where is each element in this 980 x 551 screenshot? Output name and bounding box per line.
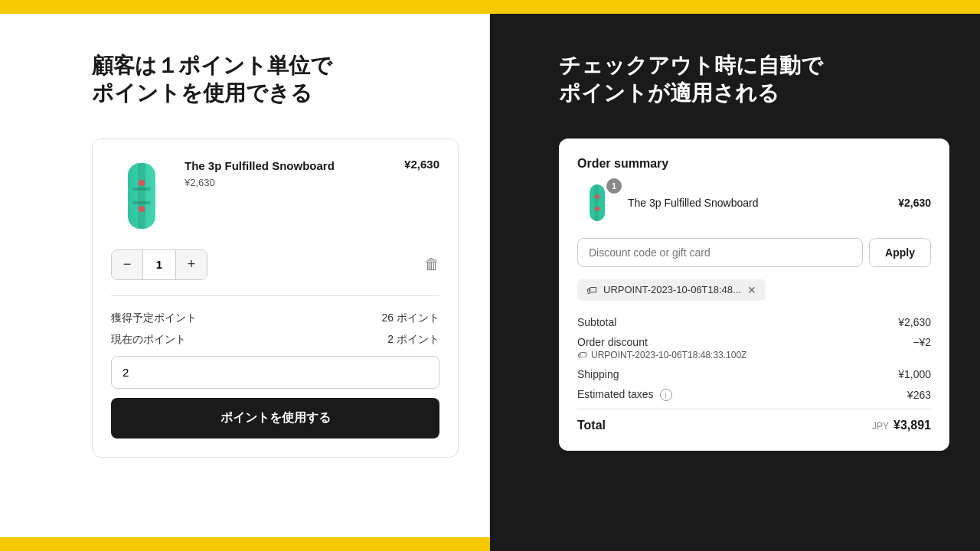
taxes-value: ¥263: [907, 389, 931, 401]
taxes-info-icon[interactable]: i: [660, 389, 672, 401]
subtotal-label: Subtotal: [577, 316, 616, 328]
order-product-row: 1 The 3p Fulfilled Snowboard ¥2,630: [577, 183, 931, 223]
svg-rect-1: [138, 163, 145, 229]
product-row: The 3p Fulfilled Snowboard ¥2,630 ¥2,630: [111, 158, 439, 234]
quantity-decrease-button[interactable]: −: [112, 250, 142, 279]
discount-sub-row: 🏷 URPOINT-2023-10-06T18:48:33.100Z: [577, 350, 746, 360]
quantity-value: 1: [142, 250, 176, 279]
product-info: The 3p Fulfilled Snowboard ¥2,630: [185, 158, 392, 188]
taxes-line: Estimated taxes i ¥263: [577, 388, 931, 402]
svg-point-3: [139, 206, 145, 212]
promo-code-text: URPOINT-2023-10-06T18:48...: [603, 284, 741, 295]
order-discount-label: Order discount: [577, 336, 746, 348]
right-panel: チェックアウト時に自動で ポイントが適用される Order summary 1 …: [490, 0, 980, 551]
svg-rect-7: [594, 184, 599, 221]
discount-sub-code: URPOINT-2023-10-06T18:48:33.100Z: [591, 350, 746, 360]
order-card: Order summary 1 The 3p Fulfilled Snowboa…: [559, 139, 949, 452]
discount-sub-icon: 🏷: [577, 350, 586, 360]
taxes-label-group: Estimated taxes i: [577, 388, 672, 402]
discount-input-row: Apply: [577, 238, 931, 267]
points-input[interactable]: [111, 356, 439, 389]
svg-point-8: [595, 194, 599, 199]
points-current-label: 現在のポイント: [111, 333, 186, 347]
use-points-button[interactable]: ポイントを使用する: [111, 398, 439, 439]
taxes-label: Estimated taxes: [577, 388, 654, 400]
svg-rect-5: [132, 201, 151, 204]
shipping-label: Shipping: [577, 368, 619, 380]
delete-button[interactable]: 🗑: [424, 256, 439, 273]
total-label: Total: [577, 419, 606, 432]
total-value: ¥3,891: [893, 419, 931, 432]
order-product-name: The 3p Fulfilled Snowboard: [628, 197, 887, 209]
total-currency: JPY: [872, 421, 889, 432]
bottom-bar-right: [490, 537, 980, 551]
top-bar: [0, 0, 980, 14]
promo-tag: 🏷 URPOINT-2023-10-06T18:48... ✕: [577, 279, 766, 301]
points-earn-label: 獲得予定ポイント: [111, 311, 197, 325]
total-right: JPY ¥3,891: [872, 419, 931, 432]
bottom-bar-left: [0, 537, 490, 551]
right-heading: チェックアウト時に自動で ポイントが適用される: [559, 52, 949, 108]
left-panel: 顧客は１ポイント単位で ポイントを使用できる: [0, 0, 490, 551]
points-current-value: 2 ポイント: [387, 333, 439, 347]
promo-icon: 🏷: [586, 284, 597, 296]
total-line: Total JPY ¥3,891: [577, 409, 931, 432]
quantity-increase-button[interactable]: +: [176, 250, 207, 279]
apply-button[interactable]: Apply: [869, 238, 931, 267]
points-current-row: 現在のポイント 2 ポイント: [111, 333, 439, 347]
product-image: [111, 158, 172, 234]
points-earn-row: 獲得予定ポイント 26 ポイント: [111, 311, 439, 325]
order-summary-title: Order summary: [577, 157, 931, 171]
order-product-price: ¥2,630: [898, 197, 931, 209]
shipping-line: Shipping ¥1,000: [577, 368, 931, 380]
snowboard-icon: [122, 154, 162, 238]
svg-point-9: [595, 207, 599, 211]
left-card: The 3p Fulfilled Snowboard ¥2,630 ¥2,630…: [92, 139, 459, 458]
points-input-container: ポイントを使用する: [111, 356, 439, 439]
product-name: The 3p Fulfilled Snowboard: [185, 158, 392, 174]
order-product-image-wrap: 1: [577, 183, 617, 223]
points-earn-value: 26 ポイント: [382, 311, 439, 325]
divider: [111, 295, 439, 296]
product-price: ¥2,630: [404, 158, 439, 171]
quantity-row: − 1 + 🗑: [111, 249, 439, 280]
discount-label-group: Order discount 🏷 URPOINT-2023-10-06T18:4…: [577, 336, 746, 360]
product-subprice: ¥2,630: [185, 177, 392, 188]
discount-value: −¥2: [913, 336, 931, 360]
order-badge: 1: [606, 178, 622, 194]
promo-tag-container: 🏷 URPOINT-2023-10-06T18:48... ✕: [577, 279, 931, 316]
svg-rect-4: [132, 187, 151, 191]
promo-remove-button[interactable]: ✕: [747, 284, 756, 296]
subtotal-line: Subtotal ¥2,630: [577, 316, 931, 328]
left-heading: 顧客は１ポイント単位で ポイントを使用できる: [92, 52, 459, 108]
discount-input[interactable]: [577, 238, 863, 267]
quantity-control: − 1 +: [111, 249, 207, 280]
subtotal-value: ¥2,630: [898, 316, 931, 328]
shipping-value: ¥1,000: [898, 368, 931, 380]
order-discount-line: Order discount 🏷 URPOINT-2023-10-06T18:4…: [577, 336, 931, 360]
svg-point-2: [139, 180, 145, 186]
